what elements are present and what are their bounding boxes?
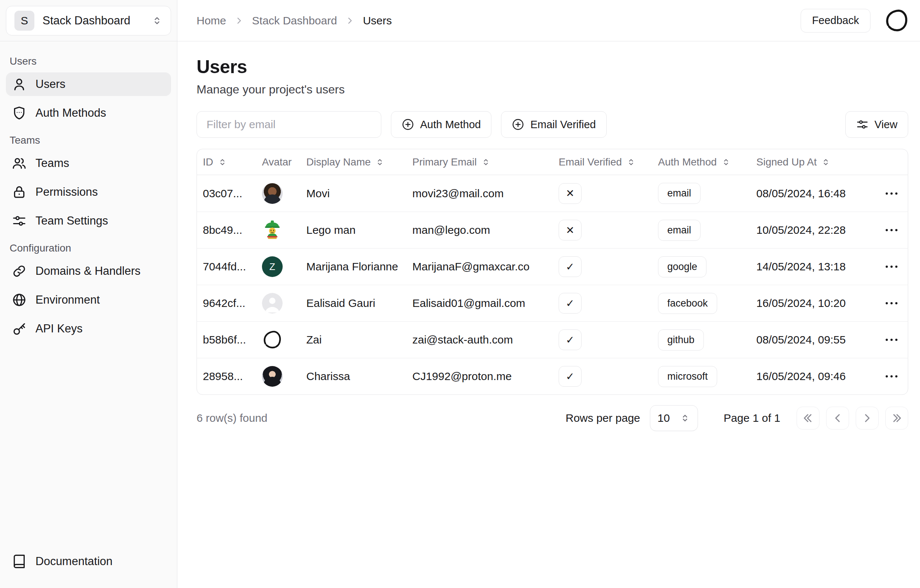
row-actions-menu-button[interactable] [883, 334, 900, 346]
email-verified-badge: ✓ [559, 293, 581, 313]
email-verified-badge: ✕ [559, 220, 581, 241]
sort-icon [721, 157, 731, 167]
globe-icon [12, 292, 27, 307]
users-table: ID Avatar Display Name Primary Email [196, 149, 908, 395]
ink-circle-avatar [884, 8, 909, 33]
email-verified-filter-label: Email Verified [530, 119, 596, 131]
first-page-button[interactable] [797, 407, 820, 430]
email-verified-badge: ✕ [559, 183, 581, 204]
cell-user-id: 9642cf... [203, 297, 262, 310]
view-options-label: View [875, 119, 897, 131]
sliders-icon [12, 213, 27, 228]
cell-user-id: 28958... [203, 370, 262, 383]
sidebar-item-environment[interactable]: Environment [6, 288, 171, 312]
sidebar-item-team-settings[interactable]: Team Settings [6, 209, 171, 233]
column-header-label: Email Verified [559, 156, 622, 168]
sidebar-item-label: Users [36, 78, 65, 91]
filter-email-input[interactable] [196, 111, 381, 138]
next-page-button[interactable] [856, 407, 879, 430]
user-avatar: Z [262, 256, 306, 277]
row-actions-menu-button[interactable] [883, 370, 900, 383]
view-options-button[interactable]: View [845, 111, 908, 138]
cell-signed-up-at: 16/05/2024, 09:46 [756, 370, 875, 383]
project-switcher[interactable]: S Stack Dashboard [6, 6, 171, 36]
row-actions-menu-button[interactable] [883, 187, 900, 200]
sidebar-header: S Stack Dashboard [0, 0, 177, 41]
auth-method-badge: github [658, 330, 704, 351]
row-actions-menu-button[interactable] [883, 297, 900, 310]
table-row[interactable]: 8bc49... Lego man man@lego.com ✕ email 1… [197, 212, 908, 248]
breadcrumb: Home Stack Dashboard Users [196, 15, 392, 27]
page-title: Users [196, 56, 908, 78]
sidebar-item-label: API Keys [36, 322, 83, 335]
previous-page-button[interactable] [826, 407, 849, 430]
sort-icon [821, 157, 831, 167]
chevrons-left-icon [802, 412, 814, 424]
lock-icon [12, 185, 27, 199]
rows-per-page-label: Rows per page [566, 412, 640, 424]
sidebar-item-api-keys[interactable]: API Keys [6, 317, 171, 341]
chevrons-right-icon [891, 412, 903, 424]
user-avatar [262, 220, 306, 241]
plus-circle-icon [402, 118, 414, 131]
auth-method-filter-label: Auth Method [420, 119, 481, 131]
sidebar-section-label-teams: Teams [10, 134, 167, 146]
row-actions-menu-button[interactable] [883, 224, 900, 236]
cell-user-id: 03c07... [203, 187, 262, 200]
sidebar-item-domains-handlers[interactable]: Domains & Handlers [6, 259, 171, 283]
table-row[interactable]: 9642cf... Ealisaid Gauri Ealisaid01@gmai… [197, 285, 908, 321]
table-row[interactable]: b58b6f... Zai zai@stack-auth.com ✓ githu… [197, 321, 908, 358]
column-header-auth-method[interactable]: Auth Method [658, 156, 756, 168]
auth-method-filter-button[interactable]: Auth Method [391, 111, 491, 138]
rows-found-text: 6 row(s) found [196, 412, 267, 424]
chevron-up-down-icon [151, 15, 163, 26]
sidebar-item-label: Documentation [36, 555, 113, 568]
sidebar-nav: Users Users Auth Methods Teams Teams Per… [0, 41, 177, 546]
sidebar-item-users[interactable]: Users [6, 73, 171, 96]
auth-method-badge: email [658, 220, 701, 241]
sidebar-item-teams[interactable]: Teams [6, 152, 171, 175]
cell-primary-email: CJ1992@proton.me [412, 370, 559, 383]
filter-toolbar: Auth Method Email Verified View [196, 111, 908, 138]
user-avatar [262, 330, 306, 350]
account-avatar-button[interactable] [884, 8, 909, 33]
table-row[interactable]: 28958... Charissa CJ1992@proton.me ✓ mic… [197, 358, 908, 394]
rows-per-page-select[interactable]: 10 [650, 405, 698, 431]
sidebar: S Stack Dashboard Users Users Auth Metho… [0, 0, 177, 588]
link-icon [12, 264, 27, 278]
cell-display-name: Ealisaid Gauri [306, 297, 412, 310]
sidebar-item-permissions[interactable]: Permissions [6, 180, 171, 204]
sort-icon [218, 157, 227, 167]
email-verified-filter-button[interactable]: Email Verified [501, 111, 606, 138]
column-header-id[interactable]: ID [203, 156, 262, 168]
sort-icon [375, 157, 385, 167]
cell-signed-up-at: 08/05/2024, 16:48 [756, 187, 875, 200]
page-subtitle: Manage your project's users [196, 83, 908, 96]
book-icon [12, 554, 27, 569]
table-header-row: ID Avatar Display Name Primary Email [197, 149, 908, 175]
cell-display-name: Zai [306, 334, 412, 346]
column-header-label: Display Name [306, 156, 371, 168]
app-root: S Stack Dashboard Users Users Auth Metho… [0, 0, 920, 588]
column-header-signed-up-at[interactable]: Signed Up At [756, 156, 875, 168]
cell-signed-up-at: 08/05/2024, 09:55 [756, 334, 875, 346]
sidebar-item-auth-methods[interactable]: Auth Methods [6, 101, 171, 125]
column-header-display-name[interactable]: Display Name [306, 156, 412, 168]
row-actions-menu-button[interactable] [883, 260, 900, 273]
column-header-primary-email[interactable]: Primary Email [412, 156, 559, 168]
feedback-button[interactable]: Feedback [801, 9, 870, 32]
user-avatar [262, 183, 306, 204]
auth-method-badge: email [658, 183, 701, 204]
breadcrumb-project[interactable]: Stack Dashboard [252, 15, 337, 27]
user-icon [12, 77, 27, 92]
table-row[interactable]: 7044fd... Z Marijana Florianne MarijanaF… [197, 248, 908, 285]
breadcrumb-home[interactable]: Home [196, 15, 226, 27]
sort-icon [481, 157, 491, 167]
sidebar-item-documentation[interactable]: Documentation [6, 549, 171, 573]
key-icon [12, 321, 27, 336]
chevron-right-icon [861, 412, 873, 424]
chevron-left-icon [831, 412, 844, 424]
last-page-button[interactable] [885, 407, 908, 430]
column-header-email-verified[interactable]: Email Verified [559, 156, 658, 168]
table-row[interactable]: 03c07... Movi movi23@mail.com ✕ email 08… [197, 175, 908, 212]
